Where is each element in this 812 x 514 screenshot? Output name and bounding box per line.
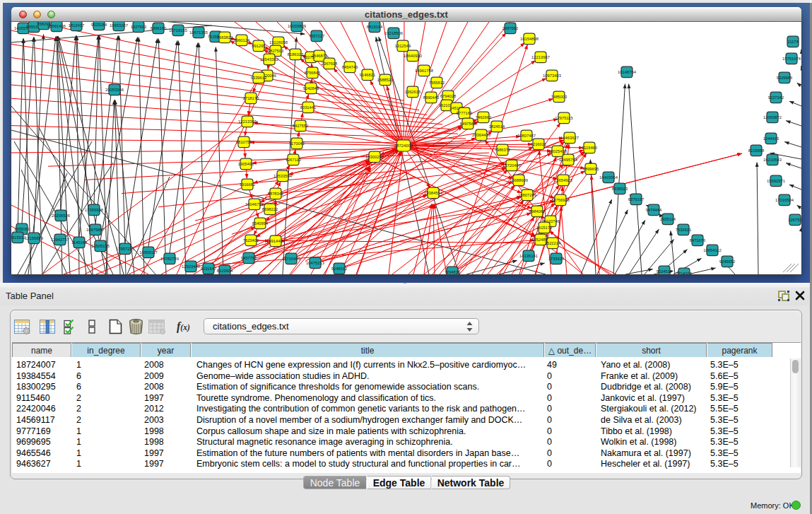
svg-text:8990443: 8990443 <box>423 95 440 100</box>
svg-text:10688609: 10688609 <box>510 178 528 182</box>
svg-text:891295: 891295 <box>252 44 265 48</box>
svg-text:8756845: 8756845 <box>305 71 321 75</box>
svg-text:9329966: 9329966 <box>777 76 793 80</box>
svg-text:3824514: 3824514 <box>489 124 505 129</box>
svg-text:9227342: 9227342 <box>768 95 784 100</box>
svg-text:13533594: 13533594 <box>273 174 293 178</box>
svg-text:18807249: 18807249 <box>518 193 536 197</box>
svg-text:1588520: 1588520 <box>377 78 394 82</box>
svg-text:12093872: 12093872 <box>763 115 782 119</box>
svg-text:126753: 126753 <box>788 218 801 222</box>
svg-text:1916682: 1916682 <box>240 182 256 187</box>
svg-text:1362615: 1362615 <box>405 90 421 94</box>
svg-text:6216021: 6216021 <box>531 142 547 146</box>
svg-text:2546871: 2546871 <box>312 54 328 58</box>
svg-text:2935114: 2935114 <box>660 217 676 221</box>
svg-text:2522214: 2522214 <box>545 241 561 245</box>
svg-text:9777169: 9777169 <box>457 111 473 115</box>
svg-text:9242843: 9242843 <box>303 86 319 90</box>
svg-text:8427552: 8427552 <box>293 124 309 128</box>
svg-text:8714206: 8714206 <box>676 271 693 274</box>
svg-text:16148764: 16148764 <box>618 70 637 74</box>
svg-text:10807487: 10807487 <box>517 134 536 138</box>
svg-text:8813014: 8813014 <box>367 25 383 29</box>
svg-text:9474444: 9474444 <box>646 208 662 212</box>
svg-text:8938923: 8938923 <box>612 187 628 191</box>
svg-text:19218506: 19218506 <box>384 31 403 35</box>
svg-text:8215958: 8215958 <box>748 148 765 153</box>
svg-text:19384554: 19384554 <box>424 191 443 195</box>
svg-text:10025438: 10025438 <box>548 149 567 153</box>
svg-text:20691406: 20691406 <box>47 24 66 28</box>
svg-text:1905493: 1905493 <box>238 162 254 166</box>
svg-text:6794028: 6794028 <box>440 94 457 98</box>
svg-text:9024517: 9024517 <box>657 269 673 274</box>
svg-text:3915912: 3915912 <box>11 235 25 240</box>
svg-text:7485003: 7485003 <box>551 95 567 99</box>
svg-text:2367608: 2367608 <box>322 62 338 66</box>
svg-text:14463627: 14463627 <box>560 136 579 140</box>
svg-text:10973403: 10973403 <box>543 74 561 78</box>
svg-text:7462662: 7462662 <box>476 115 492 119</box>
svg-text:1327602: 1327602 <box>131 25 147 29</box>
svg-text:1244415: 1244415 <box>763 136 779 141</box>
svg-text:8454749: 8454749 <box>342 65 358 69</box>
svg-text:7632621: 7632621 <box>676 228 692 232</box>
svg-text:6379197: 6379197 <box>628 197 645 201</box>
svg-text:6899695: 6899695 <box>583 167 599 171</box>
svg-text:8471676: 8471676 <box>690 238 706 243</box>
svg-text:7986372: 7986372 <box>495 148 511 152</box>
svg-text:8031441: 8031441 <box>300 105 317 110</box>
svg-text:13226058: 13226058 <box>269 40 288 45</box>
svg-text:8984067: 8984067 <box>529 209 546 214</box>
svg-text:20053346: 20053346 <box>105 88 124 92</box>
svg-text:10475213: 10475213 <box>306 261 324 265</box>
svg-text:8123904: 8123904 <box>217 269 233 273</box>
svg-text:16403954: 16403954 <box>599 175 618 180</box>
svg-text:9245012: 9245012 <box>331 267 348 271</box>
svg-text:16543362: 16543362 <box>260 57 278 62</box>
svg-text:8878342: 8878342 <box>268 192 284 196</box>
svg-text:1810755: 1810755 <box>236 140 252 144</box>
svg-text:6966160: 6966160 <box>151 26 167 30</box>
svg-text:9115460: 9115460 <box>582 146 597 150</box>
svg-text:9457791: 9457791 <box>241 256 257 260</box>
svg-text:12213967: 12213967 <box>531 55 550 59</box>
svg-text:7955812: 7955812 <box>429 81 445 85</box>
svg-text:15716485: 15716485 <box>282 257 300 261</box>
svg-text:17957225: 17957225 <box>116 247 134 251</box>
svg-text:12975115: 12975115 <box>555 116 572 120</box>
svg-text:9339612: 9339612 <box>251 76 267 80</box>
svg-text:18300295: 18300295 <box>365 155 384 159</box>
svg-text:9827503: 9827503 <box>268 49 284 53</box>
svg-text:10756928: 10756928 <box>551 198 570 202</box>
svg-text:2718170: 2718170 <box>243 96 259 100</box>
svg-text:9523184: 9523184 <box>91 23 107 27</box>
svg-text:20364436: 20364436 <box>472 133 490 137</box>
svg-text:13495764: 13495764 <box>559 158 578 162</box>
svg-text:9245652: 9245652 <box>719 259 736 264</box>
svg-text:10046798: 10046798 <box>245 202 264 206</box>
svg-text:16782759: 16782759 <box>160 257 179 261</box>
svg-text:12213369: 12213369 <box>238 119 257 124</box>
svg-text:17359928: 17359928 <box>85 208 103 212</box>
svg-text:10958117: 10958117 <box>139 250 157 255</box>
svg-text:18724007: 18724007 <box>394 144 413 148</box>
svg-text:16210643: 16210643 <box>763 158 782 162</box>
svg-text:8540994: 8540994 <box>252 221 269 226</box>
svg-text:12654923: 12654923 <box>554 178 572 182</box>
svg-text:8186323: 8186323 <box>288 52 304 57</box>
svg-text:18640910: 18640910 <box>404 54 422 58</box>
svg-text:12505135: 12505135 <box>91 244 110 248</box>
svg-text:1170042: 1170042 <box>289 141 305 146</box>
svg-text:14914409: 14914409 <box>266 239 285 243</box>
svg-text:7623402: 7623402 <box>243 238 259 243</box>
svg-text:1312549: 1312549 <box>395 44 411 48</box>
svg-text:7663822: 7663822 <box>217 35 233 40</box>
svg-text:1812437: 1812437 <box>69 23 85 28</box>
svg-text:10671355: 10671355 <box>189 30 208 35</box>
svg-text:15692971: 15692971 <box>767 179 785 183</box>
svg-text:1955061: 1955061 <box>14 227 30 231</box>
svg-text:8960124: 8960124 <box>234 38 250 42</box>
svg-text:12942737: 12942737 <box>51 238 69 242</box>
